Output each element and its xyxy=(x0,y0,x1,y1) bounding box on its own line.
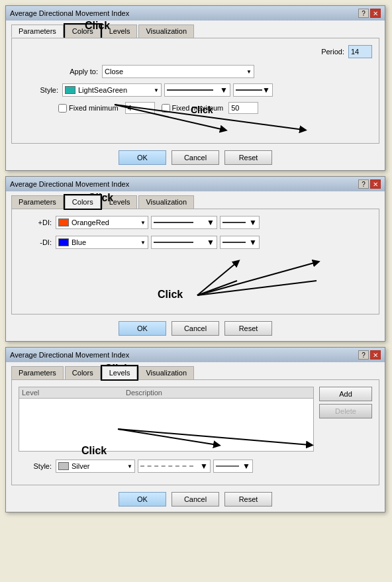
dialog-1: Average Directional Movement Index ? ✕ P… xyxy=(5,5,385,171)
tab-bar-3: Parameters Colors Levels Visualization xyxy=(11,366,379,379)
reset-button-3[interactable]: Reset xyxy=(224,492,272,507)
click-annotation-3b: Click xyxy=(81,445,107,457)
dialog-title-1: Average Directional Movement Index xyxy=(10,9,129,17)
period-input[interactable] xyxy=(348,45,372,58)
help-button-1[interactable]: ? xyxy=(358,9,369,18)
fixed-min-label[interactable]: Fixed minimum xyxy=(58,104,119,113)
tab-parameters-3[interactable]: Parameters xyxy=(11,366,64,379)
button-row-2: OK Cancel Reset xyxy=(11,321,379,336)
line-width-select[interactable]: ▼ xyxy=(233,83,273,97)
tab-parameters-1[interactable]: Parameters xyxy=(11,24,64,38)
minus-di-line-style[interactable]: ▼ xyxy=(151,236,217,249)
apply-to-select[interactable]: Close ▼ xyxy=(102,65,254,78)
button-row-3: OK Cancel Reset xyxy=(11,492,379,507)
style-label: Style: xyxy=(19,86,58,94)
level-line-width[interactable]: ▼ xyxy=(213,460,253,473)
arrow-svg-1 xyxy=(12,91,389,144)
tab-colors-2[interactable]: Colors xyxy=(65,195,101,209)
cancel-button-3[interactable]: Cancel xyxy=(172,492,219,507)
titlebar-3: Average Directional Movement Index ? ✕ xyxy=(6,348,385,362)
description-col-header: Description xyxy=(123,387,314,399)
click-annotation-1: Click xyxy=(85,20,110,32)
ok-button-3[interactable]: OK xyxy=(119,492,166,507)
minus-di-line-width[interactable]: ▼ xyxy=(220,236,260,249)
tab-parameters-2[interactable]: Parameters xyxy=(11,195,64,209)
plus-di-color-name: OrangeRed xyxy=(72,218,109,226)
dialog-body-1: Parameters Colors Levels Visualization C… xyxy=(6,21,385,170)
tab-visualization-1[interactable]: Visualization xyxy=(138,24,194,38)
fixed-max-input[interactable] xyxy=(228,102,258,114)
line-style-display xyxy=(167,89,213,91)
dialog-title-3: Average Directional Movement Index xyxy=(10,351,129,359)
delete-level-button[interactable]: Delete xyxy=(319,404,372,418)
svg-line-2 xyxy=(197,262,237,295)
titlebar-buttons-3: ? ✕ xyxy=(358,350,381,360)
cancel-button-1[interactable]: Cancel xyxy=(172,150,219,165)
reset-button-1[interactable]: Reset xyxy=(224,150,272,165)
fixed-max-checkbox[interactable] xyxy=(162,104,170,113)
line-width-arrow: ▼ xyxy=(262,85,270,95)
level-style-color-swatch xyxy=(58,462,69,470)
levels-section: Level Description Add Delete xyxy=(19,387,372,456)
period-row: Period: xyxy=(19,45,372,58)
plus-di-color-select[interactable]: OrangeRed ▼ xyxy=(56,216,148,229)
help-button-2[interactable]: ? xyxy=(358,179,369,189)
dialog-2: Average Directional Movement Index ? ✕ P… xyxy=(5,176,385,342)
levels-tbody xyxy=(19,399,314,452)
apply-to-value: Close xyxy=(105,68,123,75)
svg-line-4 xyxy=(197,281,237,295)
tab-bar-2: Parameters Colors Levels Visualization xyxy=(11,195,379,209)
level-line-style[interactable]: ▼ xyxy=(138,460,211,473)
line-style-select[interactable]: ▼ xyxy=(164,83,230,97)
titlebar-buttons-1: ? ✕ xyxy=(358,9,381,18)
tab-visualization-3[interactable]: Visualization xyxy=(138,366,194,379)
tab-levels-3[interactable]: Levels xyxy=(102,366,138,379)
help-button-3[interactable]: ? xyxy=(358,350,369,360)
style-color-name: LightSeaGreen xyxy=(78,86,127,94)
svg-line-3 xyxy=(197,262,317,295)
level-style-color-select[interactable]: Silver ▼ xyxy=(56,460,135,473)
svg-line-5 xyxy=(197,281,317,295)
minus-di-label: -DI: xyxy=(19,238,52,246)
plus-di-line-style[interactable]: ▼ xyxy=(151,216,217,229)
titlebar-buttons-2: ? ✕ xyxy=(358,179,381,189)
minus-di-color-select[interactable]: Blue ▼ xyxy=(56,236,148,249)
tab-bar-1: Parameters Colors Levels Visualization xyxy=(11,24,379,38)
plus-di-line-width[interactable]: ▼ xyxy=(220,216,260,229)
close-button-3[interactable]: ✕ xyxy=(370,350,381,360)
dropdown-arrow: ▼ xyxy=(246,69,252,75)
dialog-3: Average Directional Movement Index ? ✕ P… xyxy=(5,347,385,512)
plus-di-row: +DI: OrangeRed ▼ ▼ ▼ xyxy=(19,216,372,229)
reset-button-2[interactable]: Reset xyxy=(224,321,272,336)
plus-di-color-swatch xyxy=(58,218,69,226)
add-level-button[interactable]: Add xyxy=(319,387,372,401)
tab-visualization-2[interactable]: Visualization xyxy=(138,195,194,209)
tab-content-1: Click Period: Apply to: Close ▼ Style: xyxy=(11,38,379,144)
close-button-1[interactable]: ✕ xyxy=(370,9,381,18)
titlebar-1: Average Directional Movement Index ? ✕ xyxy=(6,6,385,21)
style-color-select[interactable]: LightSeaGreen ▼ xyxy=(62,83,162,97)
cancel-button-2[interactable]: Cancel xyxy=(172,321,219,336)
fixed-minmax-row: Fixed minimum Click Fixed maximum xyxy=(19,102,372,114)
ok-button-2[interactable]: OK xyxy=(119,321,166,336)
style-color-arrow: ▼ xyxy=(154,87,159,93)
fixed-min-text: Fixed minimum xyxy=(69,104,119,112)
style-row: Style: LightSeaGreen ▼ ▼ ▼ xyxy=(19,83,372,97)
arrow-svg-2 xyxy=(12,256,389,309)
style-color-swatch xyxy=(65,86,75,94)
level-style-color-name: Silver xyxy=(72,462,90,470)
fixed-min-input[interactable] xyxy=(125,102,155,114)
ok-button-1[interactable]: OK xyxy=(119,150,166,165)
click-annotation-1b: Click xyxy=(191,105,213,115)
dialog-body-2: Parameters Colors Levels Visualization C… xyxy=(6,191,385,341)
fixed-min-checkbox[interactable] xyxy=(58,104,67,113)
line-width-display xyxy=(236,89,262,91)
minus-di-color-arrow: ▼ xyxy=(140,240,146,246)
tab-colors-3[interactable]: Colors xyxy=(65,366,101,379)
close-button-2[interactable]: ✕ xyxy=(370,179,381,189)
dialog-title-2: Average Directional Movement Index xyxy=(10,180,129,188)
line-style-arrow: ▼ xyxy=(220,85,228,95)
period-label: Period: xyxy=(291,48,344,56)
dialog-body-3: Parameters Colors Levels Visualization C… xyxy=(6,362,385,512)
button-row-1: OK Cancel Reset xyxy=(11,150,379,165)
